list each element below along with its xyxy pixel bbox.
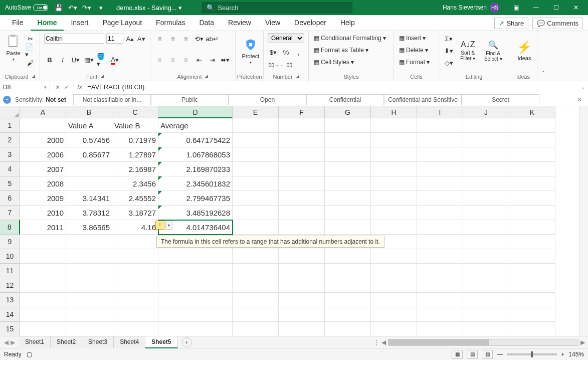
border-icon[interactable]: ▦▾ (83, 55, 94, 66)
increase-font-icon[interactable]: A▴ (125, 33, 135, 44)
cell-empty[interactable] (112, 235, 158, 249)
cell-empty[interactable] (417, 278, 463, 293)
cell-D3[interactable]: 1.067868053 (158, 147, 233, 162)
search-box[interactable]: 🔍 Search (202, 2, 352, 13)
cell-empty[interactable] (233, 293, 279, 307)
sort-filter-button[interactable]: A↓ZSort & Filter ▾ (456, 40, 480, 61)
cell-empty[interactable] (417, 322, 463, 336)
cell-C8[interactable]: 4.16 (112, 220, 158, 235)
cell-empty[interactable] (279, 220, 325, 235)
cell-empty[interactable] (417, 264, 463, 278)
decrease-decimal-icon[interactable]: ←.00 (281, 60, 292, 71)
qat-dropdown-icon[interactable]: ▾ (95, 2, 106, 13)
cell-A5[interactable]: 2008 (20, 176, 66, 191)
cell-styles-button[interactable]: ▦ Cell Styles ▾ (313, 57, 389, 67)
cell-empty[interactable] (463, 278, 509, 293)
share-button[interactable]: ↗Share (494, 18, 528, 29)
name-box[interactable]: D8▾ (0, 81, 50, 93)
cell-empty[interactable] (325, 220, 371, 235)
cell-empty[interactable] (20, 118, 66, 133)
cell-C2[interactable]: 0.71979 (112, 133, 158, 147)
cell-C6[interactable]: 2.45552 (112, 191, 158, 206)
row-header[interactable]: 9 (0, 235, 20, 249)
cell-empty[interactable] (371, 249, 417, 264)
cell-empty[interactable] (325, 206, 371, 220)
cell-empty[interactable] (371, 307, 417, 322)
page-break-view-icon[interactable]: ▥ (482, 350, 493, 359)
cell-empty[interactable] (325, 176, 371, 191)
cell-empty[interactable] (509, 118, 555, 133)
ideas-button[interactable]: ⚡ Ideas (513, 33, 535, 68)
cell-empty[interactable] (233, 133, 279, 147)
format-as-table-button[interactable]: ▦ Format as Table ▾ (313, 45, 389, 55)
fill-color-icon[interactable]: 🪣▾ (96, 55, 107, 66)
cell-D2[interactable]: 0.647175422 (158, 133, 233, 147)
cell-A2[interactable]: 2000 (20, 133, 66, 147)
cell-empty[interactable] (371, 293, 417, 307)
cell-C1[interactable]: Value B (112, 118, 158, 133)
cell-empty[interactable] (66, 162, 112, 176)
cell-empty[interactable] (463, 220, 509, 235)
cell-empty[interactable] (279, 264, 325, 278)
cell-empty[interactable] (417, 162, 463, 176)
cell-B3[interactable]: 0.85677 (66, 147, 112, 162)
cell-empty[interactable] (233, 278, 279, 293)
sensitivity-option[interactable]: Public (151, 94, 229, 105)
zoom-in-icon[interactable]: + (561, 351, 564, 358)
cell-empty[interactable] (66, 278, 112, 293)
cell-empty[interactable] (279, 191, 325, 206)
sheet-tab-sheet5[interactable]: Sheet5 (145, 336, 177, 348)
cell-empty[interactable] (233, 191, 279, 206)
split-handle-icon[interactable]: ⋮ (373, 339, 379, 346)
comments-button[interactable]: 💬Comments (532, 18, 583, 29)
close-icon[interactable]: ✕ (566, 0, 586, 15)
cell-empty[interactable] (233, 162, 279, 176)
cell-empty[interactable] (66, 322, 112, 336)
paste-button[interactable]: Paste▾ (4, 33, 23, 62)
cell-empty[interactable] (417, 147, 463, 162)
font-name-input[interactable] (44, 34, 104, 44)
tab-file[interactable]: File (5, 16, 31, 31)
align-center-icon[interactable]: ≡ (167, 55, 178, 66)
cell-empty[interactable] (371, 133, 417, 147)
cell-empty[interactable] (509, 206, 555, 220)
cell-A4[interactable]: 2007 (20, 162, 66, 176)
redo-icon[interactable]: ↷▾ (81, 2, 92, 13)
column-header[interactable]: E (233, 106, 279, 118)
autosave-toggle[interactable]: AutoSave On (5, 4, 48, 11)
cut-icon[interactable]: ✂ (25, 33, 36, 44)
cell-empty[interactable] (371, 206, 417, 220)
page-layout-view-icon[interactable]: ▤ (467, 350, 478, 359)
column-header[interactable]: I (417, 106, 463, 118)
row-header[interactable]: 8 (0, 220, 20, 235)
comma-icon[interactable]: , (293, 47, 304, 58)
cell-empty[interactable] (509, 249, 555, 264)
cell-A3[interactable]: 2006 (20, 147, 66, 162)
cell-empty[interactable] (325, 264, 371, 278)
cell-empty[interactable] (279, 293, 325, 307)
row-header[interactable]: 4 (0, 162, 20, 176)
merge-icon[interactable]: ⬌▾ (220, 55, 231, 66)
cell-empty[interactable] (463, 307, 509, 322)
tab-home[interactable]: Home (31, 16, 64, 31)
cell-empty[interactable] (279, 162, 325, 176)
cell-B6[interactable]: 3.14341 (66, 191, 112, 206)
underline-icon[interactable]: U▾ (70, 55, 81, 66)
cell-empty[interactable] (463, 147, 509, 162)
minimize-icon[interactable]: — (526, 0, 546, 15)
error-dropdown-icon[interactable]: ▾ (165, 221, 172, 230)
sensitivity-option[interactable]: Confidential (306, 94, 384, 105)
cell-empty[interactable] (279, 206, 325, 220)
conditional-formatting-button[interactable]: ▦ Conditional Formatting ▾ (313, 33, 389, 43)
cell-empty[interactable] (279, 133, 325, 147)
column-header[interactable]: A (20, 106, 66, 118)
cell-empty[interactable] (417, 118, 463, 133)
cell-empty[interactable] (325, 147, 371, 162)
cell-empty[interactable] (112, 293, 158, 307)
cell-empty[interactable] (279, 322, 325, 336)
tab-help[interactable]: Help (333, 16, 362, 31)
cell-empty[interactable] (233, 249, 279, 264)
sheet-tab-sheet4[interactable]: Sheet4 (114, 336, 145, 348)
new-sheet-button[interactable]: + (182, 337, 192, 347)
cell-empty[interactable] (279, 176, 325, 191)
